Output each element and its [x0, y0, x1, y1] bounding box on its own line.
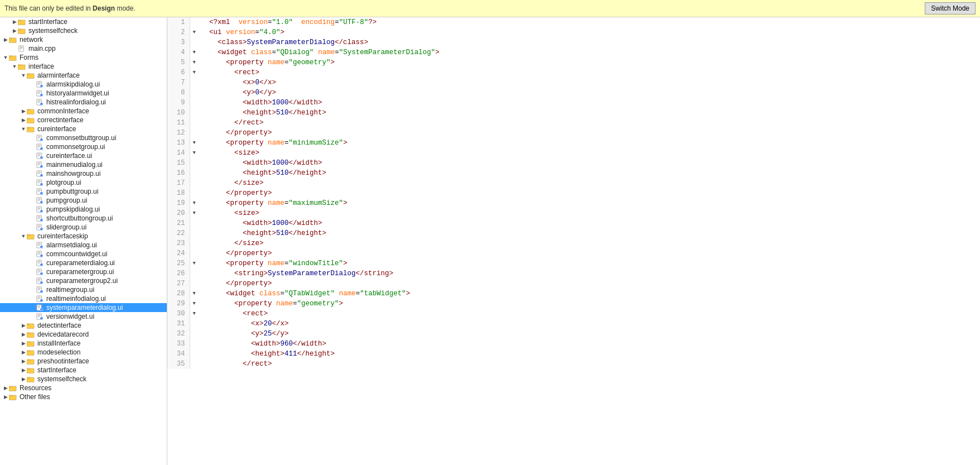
sidebar-item-modeselection[interactable]: modeselection — [0, 348, 167, 357]
sidebar-item-pumpskipdialog.ui[interactable]: ui pumpskipdialog.ui — [0, 205, 167, 214]
sidebar-item-mainshowgroup.ui[interactable]: ui mainshowgroup.ui — [0, 169, 167, 178]
sidebar-item-correctinterface[interactable]: correctinterface — [0, 116, 167, 124]
expand-arrow[interactable] — [20, 73, 27, 78]
line-collapse-arrow[interactable]: ▼ — [190, 148, 199, 158]
expand-arrow[interactable] — [2, 37, 9, 42]
sidebar-item-detectinterface[interactable]: detectinterface — [0, 321, 167, 330]
sidebar-item-commonsetbuttgroup.ui[interactable]: ui commonsetbuttgroup.ui — [0, 133, 167, 142]
svg-rect-112 — [38, 227, 40, 228]
sidebar-item-cureinterfaceskip[interactable]: cureinterfaceskip — [0, 232, 167, 241]
expand-arrow[interactable] — [20, 323, 27, 328]
expand-arrow[interactable] — [20, 108, 27, 114]
expand-arrow[interactable] — [20, 233, 27, 239]
expand-arrow[interactable] — [2, 385, 9, 391]
ui-file-icon: ui — [36, 304, 45, 311]
svg-rect-155 — [38, 297, 41, 298]
line-collapse-arrow — [190, 37, 199, 47]
svg-text:ui: ui — [41, 103, 42, 106]
sidebar-item-systemselfcheck-1[interactable]: systemselfcheck — [0, 26, 167, 35]
sidebar-item-devicedatarecord[interactable]: devicedatarecord — [0, 330, 167, 339]
expand-arrow[interactable] — [20, 332, 27, 337]
sidebar-item-Forms[interactable]: Forms — [0, 53, 167, 62]
sidebar-item-installInterface[interactable]: installInterface — [0, 339, 167, 348]
line-collapse-arrow[interactable]: ▼ — [190, 198, 199, 208]
sidebar-item-pumpbuttgroup.ui[interactable]: ui pumpbuttgroup.ui — [0, 187, 167, 196]
sidebar-item-alarmsetdialog.ui[interactable]: ui alarmsetdialog.ui — [0, 241, 167, 250]
code-line-1: 1 <?xml version="1.0" encoding="UTF-8"?> — [167, 17, 980, 27]
sidebar-item-Other-files[interactable]: Other files — [0, 392, 167, 401]
svg-rect-70 — [38, 165, 40, 165]
sidebar-item-mainmenudialog.ui[interactable]: ui mainmenudialog.ui — [0, 160, 167, 169]
sidebar-item-realtimeinfodialog.ui[interactable]: ui realtimeinfodialog.ui — [0, 294, 167, 303]
expand-arrow[interactable] — [11, 28, 18, 33]
sidebar-item-cureparameterdialog.ui[interactable]: ui cureparameterdialog.ui — [0, 258, 167, 267]
sidebar-item-cureparametergroup2.ui[interactable]: ui cureparametergroup2.ui — [0, 276, 167, 285]
sidebar-item-historyalarmwidget.ui[interactable]: ui historyalarmwidget.ui — [0, 89, 167, 98]
sidebar-item-Resources[interactable]: Resources — [0, 383, 167, 392]
sidebar-item-label: cureinterfaceskip — [37, 232, 88, 240]
code-area[interactable]: 1 <?xml version="1.0" encoding="UTF-8"?>… — [167, 17, 980, 465]
line-collapse-arrow[interactable]: ▼ — [190, 57, 199, 68]
expand-arrow[interactable] — [11, 19, 18, 25]
line-content: <property name="windowTitle"> — [199, 258, 980, 269]
switch-mode-button[interactable]: Switch Mode — [925, 2, 976, 15]
sidebar-item-systemselfcheck-2[interactable]: systemselfcheck — [0, 375, 167, 383]
line-collapse-arrow[interactable]: ▼ — [190, 258, 199, 269]
sidebar-item-preshootinterface[interactable]: preshootinterface — [0, 357, 167, 366]
expand-arrow[interactable] — [20, 341, 27, 346]
sidebar[interactable]: startInterface systemselfcheck network m… — [0, 17, 167, 465]
sidebar-item-startInterface-1[interactable]: startInterface — [0, 17, 167, 26]
ui-file-icon: ui — [36, 277, 45, 284]
expand-arrow[interactable] — [11, 64, 18, 69]
folder-icon — [27, 117, 36, 123]
sidebar-item-slidergroup.ui[interactable]: ui slidergroup.ui — [0, 223, 167, 232]
sidebar-item-alarmskipdialog.ui[interactable]: ui alarmskipdialog.ui — [0, 80, 167, 89]
sidebar-item-label: shortcutbuttongroup.ui — [46, 214, 113, 222]
line-number: 32 — [167, 329, 190, 339]
sidebar-item-main-cpp[interactable]: main.cpp — [0, 44, 167, 53]
folder-icon — [27, 72, 36, 79]
sidebar-item-cureinterface.ui[interactable]: ui cureinterface.ui — [0, 151, 167, 160]
sidebar-item-interface[interactable]: interface — [0, 62, 167, 71]
line-collapse-arrow — [190, 319, 199, 329]
expand-arrow[interactable] — [20, 376, 27, 382]
sidebar-item-network[interactable]: network — [0, 35, 167, 44]
expand-arrow[interactable] — [2, 55, 9, 60]
sidebar-item-commonInterface[interactable]: commonInterface — [0, 107, 167, 116]
expand-arrow[interactable] — [20, 367, 27, 373]
sidebar-item-shortcutbuttongroup.ui[interactable]: ui shortcutbuttongroup.ui — [0, 214, 167, 223]
ui-file-icon: ui — [36, 161, 45, 168]
line-collapse-arrow[interactable]: ▼ — [190, 299, 199, 309]
sidebar-item-cureparametergroup.ui[interactable]: ui cureparametergroup.ui — [0, 267, 167, 276]
svg-rect-138 — [38, 271, 41, 271]
sidebar-item-commonsetgroup.ui[interactable]: ui commonsetgroup.ui — [0, 142, 167, 151]
line-collapse-arrow[interactable]: ▼ — [190, 138, 199, 148]
line-collapse-arrow[interactable]: ▼ — [190, 47, 199, 57]
sidebar-item-pumpgroup.ui[interactable]: ui pumpgroup.ui — [0, 196, 167, 205]
sidebar-item-histrealinfordialog.ui[interactable]: ui histrealinfordialog.ui — [0, 98, 167, 107]
folder-icon — [18, 18, 27, 25]
expand-arrow[interactable] — [20, 117, 27, 123]
sidebar-item-label: commonsetbuttgroup.ui — [46, 134, 116, 142]
sidebar-item-startInterface-2[interactable]: startInterface — [0, 366, 167, 375]
expand-arrow[interactable] — [2, 394, 9, 400]
sidebar-item-cureinterface[interactable]: cureinterface — [0, 124, 167, 133]
line-collapse-arrow[interactable]: ▼ — [190, 208, 199, 218]
line-content: </size> — [199, 238, 980, 248]
folder-icon — [9, 385, 18, 391]
sidebar-item-plotgroup.ui[interactable]: ui plotgroup.ui — [0, 178, 167, 187]
svg-rect-87 — [38, 190, 41, 191]
sidebar-item-realtimegroup.ui[interactable]: ui realtimegroup.ui — [0, 285, 167, 294]
line-collapse-arrow[interactable]: ▼ — [190, 27, 199, 37]
expand-arrow[interactable] — [20, 349, 27, 355]
expand-arrow[interactable] — [20, 358, 27, 364]
line-collapse-arrow[interactable]: ▼ — [190, 68, 199, 78]
sidebar-item-commcountwidget.ui[interactable]: ui commcountwidget.ui — [0, 250, 167, 258]
sidebar-item-versionwidget.ui[interactable]: ui versionwidget.ui — [0, 312, 167, 321]
line-collapse-arrow[interactable]: ▼ — [190, 289, 199, 299]
expand-arrow[interactable] — [20, 126, 27, 132]
sidebar-item-alarminterface[interactable]: alarminterface — [0, 71, 167, 80]
svg-text:ui: ui — [41, 193, 42, 195]
sidebar-item-systemparameterdialog.ui[interactable]: ui systemparameterdialog.ui — [0, 303, 167, 312]
line-collapse-arrow[interactable]: ▼ — [190, 309, 199, 319]
